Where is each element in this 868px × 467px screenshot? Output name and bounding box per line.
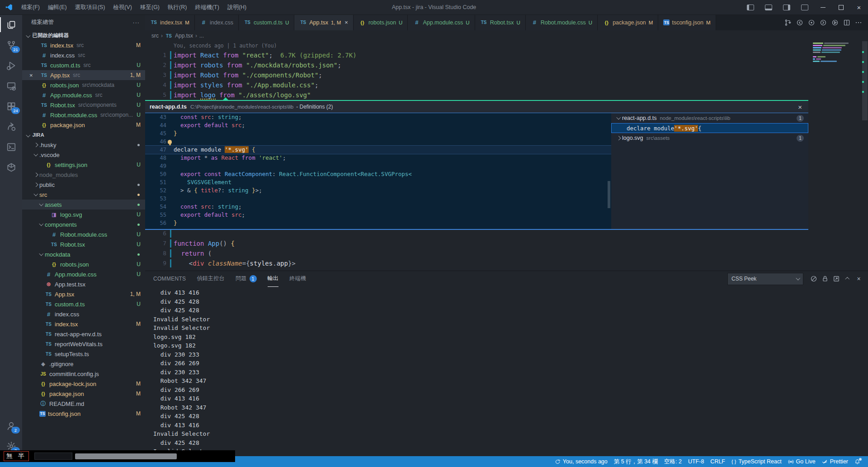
statusbar-eol[interactable]: CRLF [707, 456, 728, 467]
tab-Robot.tsx[interactable]: TSRobot.tsxU [475, 14, 526, 30]
tree-item-Robot.tsx[interactable]: TSRobot.tsxU [22, 239, 145, 249]
layout-sidebar-left-icon[interactable] [741, 0, 760, 14]
activitybar-run-and-debug[interactable] [0, 55, 22, 76]
menu-item[interactable]: 執行(R) [164, 0, 191, 14]
tab-robots.json[interactable]: {}robots.jsonU [354, 14, 408, 30]
tree-item-App.module.css[interactable]: #App.module.cssU [22, 269, 145, 279]
tree-item-react-app-env.d.ts[interactable]: TSreact-app-env.d.ts [22, 329, 145, 339]
tree-item-mockdata[interactable]: mockdata [22, 249, 145, 259]
tree-item-logo.svg[interactable]: ◨logo.svgU [22, 210, 145, 219]
goto-icon[interactable] [830, 273, 842, 285]
tab-index.tsx[interactable]: TSindex.tsxM [145, 14, 195, 30]
menu-item[interactable]: 選取項目(S) [71, 0, 109, 14]
definition-item-logo.svg[interactable]: logo.svgsrc\assets1 [611, 133, 808, 143]
tree-item-App.tsx[interactable]: TSApp.tsx1, M [22, 289, 145, 299]
customize-layout-icon[interactable] [796, 0, 814, 14]
ime-mode-label[interactable]: 無 半 [4, 451, 29, 461]
tree-item-package-lock.json[interactable]: {}package-lock.jsonM [22, 379, 145, 389]
tab-App.module.css[interactable]: #App.module.cssU [408, 14, 475, 30]
tab-App.tsx[interactable]: TSApp.tsx1, M× [294, 14, 354, 30]
minimap[interactable] [813, 43, 861, 63]
breadcrumb-item[interactable]: ... [199, 33, 204, 39]
tab-Robot.module.css[interactable]: #Robot.module.cssU [526, 14, 598, 30]
statusbar-indentation[interactable]: 空格: 2 [661, 456, 685, 467]
lightbulb-icon[interactable] [168, 140, 172, 144]
output-log[interactable]: div 413 416 div 425 428 div 425 428 Inva… [145, 288, 868, 456]
close-icon[interactable]: × [850, 0, 868, 14]
close-icon[interactable]: × [853, 273, 864, 285]
open-editors-header[interactable]: 已開啟的編輯器 [22, 30, 145, 40]
menu-item[interactable]: 終端機(T) [191, 0, 223, 14]
tree-item-robots.json[interactable]: {}robots.jsonU [22, 259, 145, 269]
tab-package.json[interactable]: {}package.jsonM [598, 14, 658, 30]
navfwd-icon[interactable] [817, 17, 829, 29]
open-editor-index.tsx[interactable]: TSindex.tsxsrcM [22, 40, 145, 50]
tree-item-src[interactable]: src [22, 190, 145, 200]
statusbar-encoding[interactable]: UTF-8 [685, 456, 707, 467]
open-editor-App.tsx[interactable]: ×TSApp.tsxsrc1, M [22, 70, 145, 80]
maximize-panel-icon[interactable] [842, 273, 853, 285]
codelens-annotation[interactable]: You, seconds ago | 1 author (You) [145, 41, 868, 50]
activitybar-containers[interactable] [0, 157, 22, 177]
activitybar-remote-explorer[interactable] [0, 76, 22, 96]
menu-item[interactable]: 移至(G) [136, 0, 164, 14]
layout-panel-icon[interactable] [760, 0, 778, 14]
lock-icon[interactable] [819, 273, 830, 285]
tree-item-custom.d.ts[interactable]: TScustom.d.tsU [22, 299, 145, 309]
tree-item-tsconfig.json[interactable]: TStsconfig.jsonM [22, 409, 145, 419]
tree-item-commitlint.config.js[interactable]: JScommitlint.config.js [22, 369, 145, 379]
menu-item[interactable]: 編輯(E) [44, 0, 71, 14]
panel-tab-COMMENTS[interactable]: COMMENTS [153, 271, 186, 286]
close-icon[interactable]: × [29, 72, 33, 79]
tree-item-.husky[interactable]: .husky [22, 140, 145, 150]
panel-tab-偵錯主控台[interactable]: 偵錯主控台 [197, 271, 225, 286]
maximize-icon[interactable] [832, 0, 850, 14]
menu-item[interactable]: 檔案(F) [17, 0, 44, 14]
layout-sidebar-right-icon[interactable] [778, 0, 796, 14]
tree-item-.vscode[interactable]: .vscode [22, 150, 145, 160]
panel-tab-輸出[interactable]: 輸出 [268, 271, 279, 287]
activitybar-powershell[interactable] [0, 137, 22, 157]
compare-icon[interactable] [782, 17, 794, 29]
definition-item-react-app.d.ts[interactable]: react-app.d.tsnode_modules\react-scripts… [611, 113, 808, 123]
split-icon[interactable] [841, 17, 853, 29]
open-editor-robots.json[interactable]: {}robots.jsonsrc\mockdataU [22, 80, 145, 90]
panel-tab-終端機[interactable]: 終端機 [289, 271, 306, 286]
tree-item-package.json[interactable]: {}package.jsonM [22, 389, 145, 399]
open-editor-App.module.css[interactable]: #App.module.csssrcU [22, 90, 145, 100]
tab-index.css[interactable]: #index.css [195, 14, 239, 30]
activitybar-extensions[interactable]: 24 [0, 96, 22, 116]
activitybar-explorer[interactable] [0, 14, 22, 35]
activitybar-search[interactable] [8, 23, 13, 28]
clear-icon[interactable] [808, 273, 819, 285]
tree-item-README.md[interactable]: ⓘREADME.md [22, 399, 145, 409]
panel-horizontal-scrollbar-thumb[interactable] [75, 453, 177, 459]
code-editor[interactable]: You, seconds ago | 1 author (You) 1impor… [145, 41, 868, 271]
run-icon[interactable] [829, 17, 841, 29]
statusbar-git-sync-status[interactable]: You, seconds ago [552, 456, 611, 467]
open-editor-Robot.module.css[interactable]: #Robot.module.csssrc\compon...U [22, 110, 145, 120]
menu-item[interactable]: 檢視(V) [109, 0, 136, 14]
tree-item-node_modules[interactable]: node_modules [22, 170, 145, 180]
explorer-more-actions-icon[interactable]: ··· [133, 19, 140, 26]
open-editor-index.css[interactable]: #index.csssrc [22, 50, 145, 60]
tree-item-assets[interactable]: assets [22, 200, 145, 210]
tree-item-index.css[interactable]: #index.css [22, 309, 145, 319]
tree-item-settings.json[interactable]: {}settings.jsonU [22, 160, 145, 170]
menu-item[interactable]: 說明(H) [223, 0, 250, 14]
statusbar-prettier[interactable]: Prettier [819, 456, 851, 467]
activitybar-accounts[interactable]: 2 [0, 415, 22, 436]
tab-custom.d.ts[interactable]: TScustom.d.tsU [239, 14, 294, 30]
output-channel-select[interactable]: CSS Peek [727, 273, 803, 285]
tree-item-index.tsx[interactable]: TSindex.tsxM [22, 319, 145, 329]
navdot-icon[interactable] [806, 17, 817, 29]
tree-item-public[interactable]: public [22, 180, 145, 190]
peek-code-view[interactable]: 43 const src: string;44 export default s… [145, 113, 611, 229]
open-editor-custom.d.ts[interactable]: TScustom.d.tssrcU [22, 60, 145, 70]
statusbar-language-mode[interactable]: { }TypeScript React [728, 456, 785, 467]
open-editor-Robot.tsx[interactable]: TSRobot.tsxsrc\componentsU [22, 100, 145, 110]
tree-item-Robot.module.css[interactable]: #Robot.module.cssU [22, 229, 145, 239]
tree-item-setupTests.ts[interactable]: TSsetupTests.ts [22, 349, 145, 359]
breadcrumb-item[interactable]: src [151, 33, 159, 39]
project-root-header[interactable]: JIRA [22, 130, 145, 140]
